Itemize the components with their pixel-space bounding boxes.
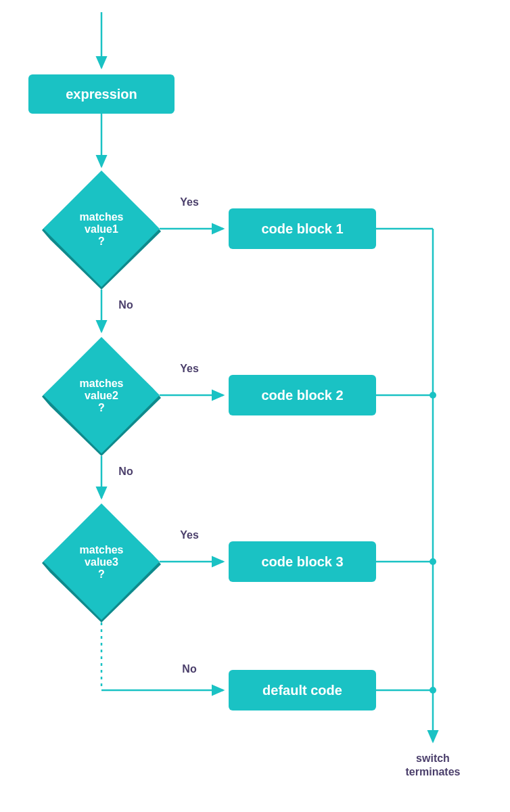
yes-label-1: Yes [180, 196, 199, 208]
terminate-line1: switch [416, 752, 450, 764]
decision1-line1: matches [80, 211, 124, 223]
decision2-line2: value2 [85, 390, 118, 401]
block3-label: code block 3 [261, 554, 343, 569]
decision1-line2: value1 [85, 223, 118, 235]
no-label-1: No [118, 299, 133, 311]
decision3-line2: value3 [85, 556, 118, 568]
no-label-default: No [182, 663, 197, 675]
expression-label: expression [66, 87, 137, 102]
default-code-block: default code [229, 670, 376, 710]
code-block-3: code block 3 [229, 541, 376, 582]
decision1-line3: ? [98, 235, 105, 247]
decision3-line3: ? [98, 568, 105, 580]
decision2: matches value2 ? [42, 337, 161, 456]
decision2-line3: ? [98, 402, 105, 413]
decision3: matches value3 ? [42, 503, 161, 623]
default-label: default code [262, 683, 342, 698]
yes-label-3: Yes [180, 529, 199, 541]
expression-box: expression [28, 74, 175, 114]
merge-dot-2 [430, 392, 436, 399]
decision1: matches value1 ? [42, 171, 161, 290]
switch-flowchart: expression matches value1 ? Yes code blo… [0, 0, 510, 812]
merge-dot-default [430, 687, 436, 694]
merge-dot-3 [430, 558, 436, 565]
block1-label: code block 1 [261, 221, 343, 236]
code-block-1: code block 1 [229, 208, 376, 249]
decision2-line1: matches [80, 378, 124, 389]
yes-label-2: Yes [180, 363, 199, 374]
terminate-line2: terminates [406, 766, 461, 777]
block2-label: code block 2 [261, 388, 343, 403]
no-label-2: No [118, 466, 133, 477]
code-block-2: code block 2 [229, 375, 376, 415]
decision3-line1: matches [80, 544, 124, 556]
